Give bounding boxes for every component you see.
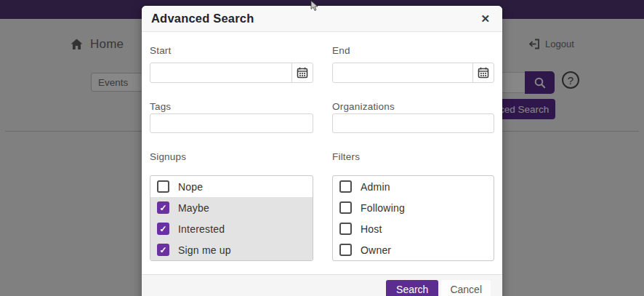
checkbox-label: Maybe [178,202,209,214]
checkbox-label: Owner [361,244,391,256]
checkbox-label: Host [361,223,382,235]
checkbox-unchecked-icon[interactable]: ✓ [157,180,169,193]
checkbox-unchecked-icon[interactable]: ✓ [339,201,352,214]
signups-checkbox-list: ✓Nope✓Maybe✓Interested✓Sign me up [150,175,313,261]
start-calendar-button[interactable] [291,63,313,82]
checkbox-unchecked-icon[interactable]: ✓ [339,223,352,235]
start-date-input[interactable] [150,63,291,82]
organizations-label: Organizations [332,101,494,112]
start-label: Start [150,45,313,56]
modal-header: Advanced Search ✕ [142,6,502,32]
checkbox-checked-icon[interactable]: ✓ [157,201,169,214]
filters-checkbox-list: ✓Admin✓Following✓Host✓Owner [332,175,494,261]
checkbox-label: Sign me up [178,244,231,256]
checkbox-row[interactable]: ✓Owner [333,239,494,260]
end-date-group [332,63,494,83]
checkbox-unchecked-icon[interactable]: ✓ [339,180,352,193]
modal-footer: Search Cancel [142,274,502,296]
organizations-input[interactable] [332,113,494,133]
checkbox-row[interactable]: ✓Maybe [150,197,313,218]
signups-label: Signups [150,151,313,162]
modal-cancel-button[interactable]: Cancel [441,280,491,296]
calendar-icon [297,67,308,79]
checkmark-icon: ✓ [159,204,166,212]
tags-input[interactable] [150,113,313,133]
checkbox-checked-icon[interactable]: ✓ [157,244,169,256]
checkbox-label: Following [361,202,405,214]
end-calendar-button[interactable] [472,63,494,82]
mouse-cursor [310,1,318,12]
filters-label: Filters [332,151,494,162]
checkmark-icon: ✓ [159,246,166,255]
tags-label: Tags [150,101,313,112]
checkbox-row[interactable]: ✓Admin [333,176,494,197]
screen: Home e Logout Events ? Advanced Search [0,0,644,296]
checkbox-label: Interested [178,223,225,235]
start-date-group [150,63,313,83]
advanced-search-modal: Advanced Search ✕ Start [142,6,502,296]
checkbox-label: Nope [178,181,203,193]
checkmark-icon: ✓ [159,225,166,233]
checkbox-label: Admin [361,181,390,193]
calendar-icon [478,67,489,79]
end-label: End [332,45,494,56]
checkbox-row[interactable]: ✓Nope [150,176,313,197]
close-icon[interactable]: ✕ [478,11,493,27]
checkbox-checked-icon[interactable]: ✓ [157,223,169,235]
checkbox-row[interactable]: ✓Host [333,218,494,239]
checkbox-row[interactable]: ✓Interested [150,218,313,239]
modal-title: Advanced Search [151,12,254,25]
modal-search-button[interactable]: Search [386,280,438,296]
modal-body: Start [142,32,502,261]
checkbox-row[interactable]: ✓Following [333,197,494,218]
checkbox-row[interactable]: ✓Sign me up [150,239,313,260]
checkbox-unchecked-icon[interactable]: ✓ [339,244,352,256]
end-date-input[interactable] [333,63,472,82]
